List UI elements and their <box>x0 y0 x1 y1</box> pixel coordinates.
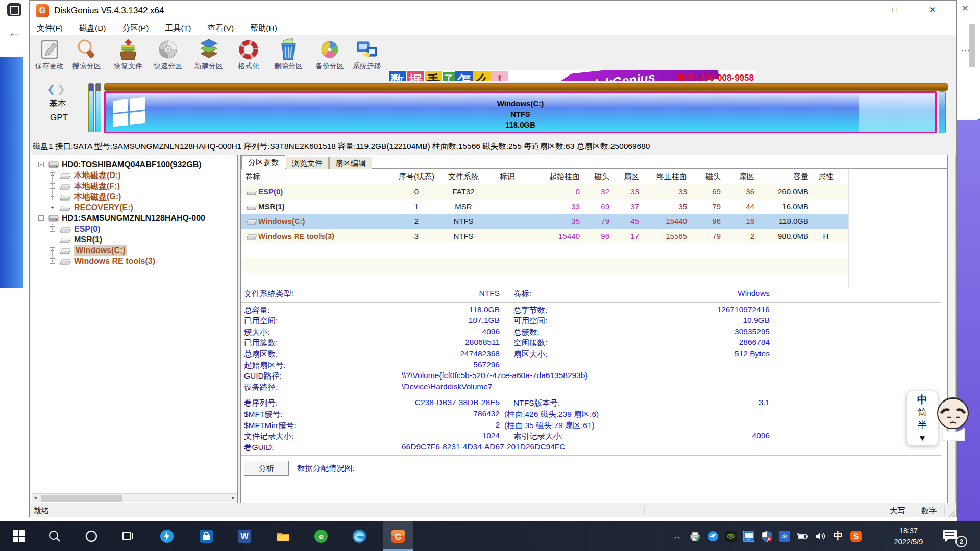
quick-partition-button[interactable]: 快速分区 <box>149 37 187 79</box>
backup-partition-button[interactable]: 备份分区 <box>311 37 349 79</box>
taskbar-search-button[interactable] <box>40 521 69 551</box>
column-header[interactable]: 文件系统 <box>441 169 486 184</box>
column-header[interactable]: 扇区 <box>611 169 639 184</box>
cell-sh: 32 <box>582 184 609 199</box>
taskbar-app-thunder[interactable] <box>152 521 182 551</box>
save-changes-button[interactable]: 保存更改 <box>31 37 68 79</box>
task-view-button[interactable] <box>113 521 143 551</box>
minimize-button[interactable]: ─ <box>845 1 869 19</box>
next-disk-icon[interactable]: ❯ <box>57 84 65 94</box>
column-header[interactable]: 磁头 <box>582 169 609 184</box>
tray-printer-icon[interactable] <box>690 531 701 542</box>
cell-sh: 79 <box>582 214 609 229</box>
column-header[interactable]: 起始柱面 <box>529 169 580 184</box>
taskbar-app-browser360[interactable]: e <box>306 521 336 551</box>
partition-row-esp-0-[interactable]: ESP(0)0FAT3203233336936260.0MB <box>241 184 848 199</box>
tray-chevron-up-icon[interactable]: ︿ <box>672 531 683 542</box>
column-header[interactable]: 终止柱面 <box>641 169 687 184</box>
background-scrollbar[interactable] <box>969 24 975 67</box>
menu-file[interactable]: 文件(F) <box>30 21 70 35</box>
taskbar-app-edge[interactable] <box>345 521 374 551</box>
taskbar-app-store[interactable] <box>191 521 221 551</box>
tray-sogou-icon[interactable]: S <box>850 531 862 542</box>
partition-row-windows-c-[interactable]: Windows(C:)2NTFS357945154409616118.0GB <box>241 214 848 229</box>
tab-sector-edit[interactable]: 扇区编辑 <box>329 157 372 169</box>
expand-icon[interactable]: + <box>50 258 55 264</box>
menu-partition[interactable]: 分区(P) <box>115 21 156 35</box>
menu-view[interactable]: 查看(V) <box>200 21 241 35</box>
empty-row <box>241 273 848 288</box>
menu-help[interactable]: 帮助(H) <box>243 21 284 35</box>
tray-nvidia-icon[interactable] <box>725 531 737 542</box>
tray-dingtalk-icon[interactable] <box>707 531 719 542</box>
column-header[interactable]: 标识 <box>488 169 527 184</box>
tray-snowflake-icon[interactable]: ❄ <box>779 531 790 542</box>
tray-volume-icon[interactable] <box>815 531 826 542</box>
taskbar-app-diskgenius[interactable]: G <box>383 521 413 551</box>
sogou-ime-panel[interactable]: 中简半♥ <box>906 391 938 446</box>
menu-tools[interactable]: 工具(T) <box>158 21 199 35</box>
partition-bar-windows-c[interactable]: Windows(C:) NTFS 118.0GB <box>104 91 937 133</box>
scroll-left-icon[interactable]: ◂ <box>34 494 37 501</box>
tray-battery-icon[interactable] <box>797 531 808 542</box>
search-partition-button[interactable]: 搜索分区 <box>68 37 106 79</box>
tray-intel-graphics-icon[interactable] <box>743 531 754 542</box>
new-partition-button[interactable]: 新建分区 <box>190 37 228 79</box>
background-close-icon[interactable]: ✕ <box>962 3 969 14</box>
column-header[interactable]: 容量 <box>756 169 808 184</box>
tab-browse-files[interactable]: 浏览文件 <box>286 157 329 169</box>
background-app-icon[interactable] <box>7 3 21 16</box>
system-migration-button[interactable]: 系统迁移 <box>348 37 386 79</box>
tab-partition-params[interactable]: 分区参数 <box>241 155 285 169</box>
close-button[interactable]: ✕ <box>920 1 945 19</box>
disk-header-bar[interactable] <box>104 83 948 91</box>
expand-icon[interactable]: + <box>50 205 55 210</box>
ime-panel-item[interactable]: ♥ <box>907 432 938 444</box>
ime-panel-item[interactable]: 简 <box>907 406 938 419</box>
cell-sc: 15440 <box>529 229 580 243</box>
partition-bar-re-tools[interactable] <box>939 91 946 133</box>
tray-ime-indicator[interactable]: 中 <box>832 531 844 542</box>
scrollbar-thumb[interactable] <box>41 495 122 502</box>
tree-horizontal-scrollbar[interactable]: ◂ ▸ <box>32 493 237 502</box>
taskbar-file-explorer[interactable] <box>268 521 298 551</box>
back-arrow-icon[interactable]: ← <box>8 26 20 40</box>
taskbar-app-word[interactable]: W <box>230 521 259 551</box>
svg-text:S: S <box>853 532 859 541</box>
partition-bar-esp[interactable] <box>88 83 94 132</box>
menu-disk[interactable]: 磁盘(D) <box>72 21 113 35</box>
panel-vertical-scrollbar[interactable] <box>948 155 956 503</box>
ime-panel-item[interactable]: 中 <box>907 393 938 406</box>
tray-security-shield-icon[interactable] <box>761 531 772 542</box>
taskbar: W e G ︿ ❄ <box>0 521 980 551</box>
disk-info-line: 磁盘1 接口:SATA 型号:SAMSUNGMZNLN128HAHQ-000H1… <box>30 138 956 155</box>
partition-bar-msr[interactable] <box>95 83 101 132</box>
taskbar-clock[interactable]: 18:37 2022/5/9 <box>884 525 933 547</box>
cortana-button[interactable] <box>77 521 106 551</box>
maximize-button[interactable]: □ <box>883 1 907 19</box>
save-icon <box>38 38 61 61</box>
scroll-right-icon[interactable]: ▸ <box>232 494 235 501</box>
format-button[interactable]: 格式化 <box>230 37 267 79</box>
analyze-button[interactable]: 分析 <box>244 461 289 476</box>
partition-row-windows-re-tools-3-[interactable]: Windows RE tools(3)3NTFS1544096171556579… <box>241 229 848 243</box>
delete-partition-button[interactable]: 删除分区 <box>270 37 307 79</box>
disk-nav-arrows[interactable]: ❮❯ <box>47 83 65 95</box>
column-header[interactable]: 扇区 <box>723 169 754 184</box>
column-header[interactable]: 属性 <box>811 169 841 184</box>
recover-files-button[interactable]: 恢复文件 <box>109 37 147 79</box>
column-header[interactable]: 序号(状态) <box>394 169 439 184</box>
column-header[interactable]: 卷标 <box>245 169 393 184</box>
partition-bar-labels: Windows(C:) NTFS 118.0GB <box>106 98 935 130</box>
cell-es: 16 <box>723 214 754 229</box>
ime-panel-item[interactable]: 半 <box>907 419 938 432</box>
store-app-icon <box>199 529 213 543</box>
partition-row-msr-1-[interactable]: MSR(1)1MSR33693735794416.0MB <box>241 199 848 214</box>
cell-idx: 0 <box>394 184 439 199</box>
resize-grip[interactable] <box>949 510 955 517</box>
start-button[interactable] <box>4 521 34 551</box>
status-numlock: 数字 <box>915 504 943 517</box>
cell-cap: 16.0MB <box>756 199 808 214</box>
prev-disk-icon[interactable]: ❮ <box>47 84 55 94</box>
column-header[interactable]: 磁头 <box>689 169 721 184</box>
